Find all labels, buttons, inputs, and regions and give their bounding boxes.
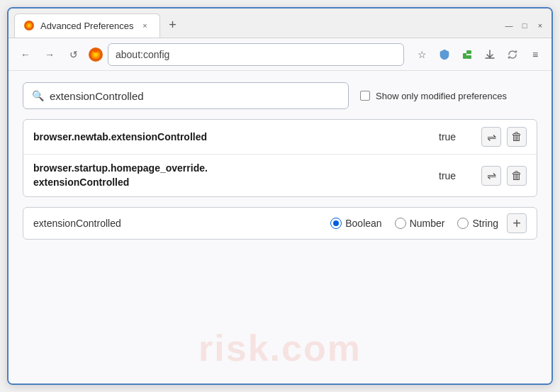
firefox-logo-icon [88,47,103,62]
preferences-table: browser.newtab.extensionControlled true … [23,119,537,197]
browser-window: Advanced Preferences × + — □ × ← → ↺ abo… [7,7,553,385]
pref-actions-2: ⇌ 🗑 [481,166,527,186]
new-preference-row: extensionControlled Boolean Number Strin… [23,207,537,240]
show-modified-checkbox-row[interactable]: Show only modified preferences [360,91,507,101]
delete-button-2[interactable]: 🗑 [507,166,527,186]
delete-button-1[interactable]: 🗑 [507,127,527,147]
content-area: 🔍 extensionControlled Show only modified… [9,71,551,383]
browser-tab[interactable]: Advanced Preferences × [14,13,160,38]
tab-title: Advanced Preferences [40,21,134,31]
refresh-button[interactable]: ↺ [64,45,84,65]
maximize-button[interactable]: □ [519,20,530,31]
menu-icon[interactable]: ≡ [526,45,544,64]
tab-close-button[interactable]: × [140,20,151,31]
address-bar[interactable]: about:config [108,43,404,66]
svg-rect-7 [463,53,466,59]
pref-actions-1: ⇌ 🗑 [481,127,527,147]
swap-button-1[interactable]: ⇌ [481,127,501,147]
radio-circle-string [457,218,469,229]
bookmark-icon[interactable]: ☆ [413,45,431,64]
svg-rect-9 [466,55,471,59]
pref-name-2-line1: browser.startup.homepage_override. [33,162,439,176]
radio-label-number: Number [410,218,445,229]
new-tab-button[interactable]: + [163,16,183,35]
firefox-tab-icon [23,20,35,31]
shield-icon[interactable] [435,45,454,64]
back-button[interactable]: ← [16,45,35,65]
navbar: ← → ↺ about:config ☆ [9,38,551,71]
search-box[interactable]: 🔍 extensionControlled [23,82,349,109]
type-radio-group: Boolean Number String [330,218,498,229]
show-modified-checkbox[interactable] [360,91,370,101]
search-row: 🔍 extensionControlled Show only modified… [23,82,537,109]
radio-circle-boolean [330,218,342,229]
svg-point-6 [94,50,98,52]
title-bar: Advanced Preferences × + — □ × [9,9,551,38]
pref-name-1: browser.newtab.extensionControlled [33,131,439,142]
radio-circle-number [395,218,406,229]
svg-rect-8 [466,50,471,54]
forward-button[interactable]: → [40,45,60,65]
download-icon[interactable] [481,45,499,64]
window-controls: — □ × [503,20,546,31]
svg-point-2 [28,24,30,27]
watermark: risk.com [198,327,362,369]
radio-label-boolean: Boolean [345,218,381,229]
table-row: browser.newtab.extensionControlled true … [23,120,537,155]
pref-name-2: browser.startup.homepage_override. exten… [33,162,439,189]
pref-value-1: true [439,131,467,142]
minimize-button[interactable]: — [503,20,515,31]
new-pref-name: extensionControlled [33,218,330,229]
pref-name-2-line2: extensionControlled [33,176,439,190]
radio-label-string: String [472,218,498,229]
radio-number[interactable]: Number [395,218,445,229]
radio-string[interactable]: String [457,218,498,229]
extension-icon[interactable] [458,45,476,64]
show-modified-label: Show only modified preferences [376,91,507,101]
radio-boolean[interactable]: Boolean [330,218,381,229]
swap-button-2[interactable]: ⇌ [481,166,501,186]
window-close-button[interactable]: × [534,20,546,31]
svg-point-5 [94,52,98,57]
search-icon: 🔍 [32,90,44,101]
table-row: browser.startup.homepage_override. exten… [23,155,537,196]
add-preference-button[interactable]: + [507,213,527,233]
nav-icons: ☆ [413,45,544,64]
search-input[interactable]: extensionControlled [50,90,144,102]
address-text: about:config [116,49,169,60]
sync-icon[interactable] [503,45,522,64]
pref-value-2: true [439,170,467,181]
